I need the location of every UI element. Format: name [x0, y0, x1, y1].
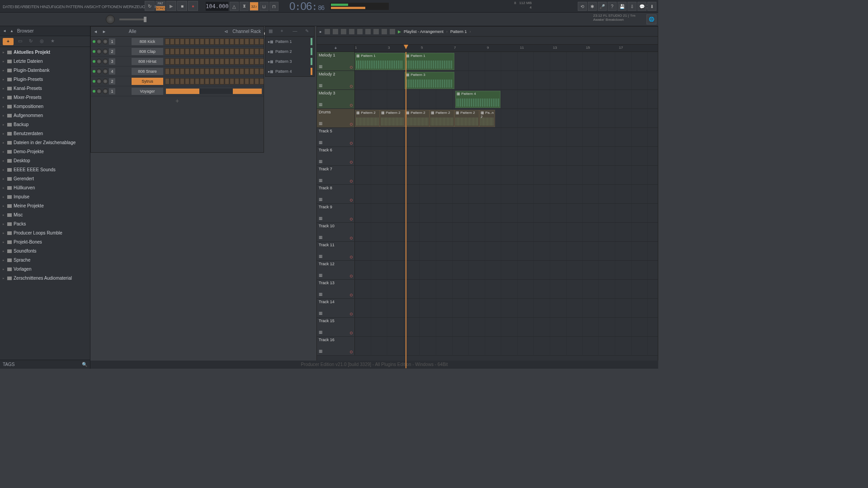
track-header[interactable]: Melody 3▦	[317, 90, 355, 108]
browser-collapse-icon[interactable]: ◎	[40, 38, 46, 45]
menu-ansicht[interactable]: ANSICHT	[84, 5, 100, 11]
channel-name[interactable]: Sytrus	[132, 78, 163, 85]
step-cell[interactable]	[180, 78, 184, 84]
save-icon[interactable]: 💾	[618, 2, 627, 11]
track-lane[interactable]: ▦ Pattern 3	[355, 71, 658, 89]
pl-mute-icon[interactable]	[357, 29, 363, 34]
browser-item[interactable]: Vorlagen	[0, 265, 90, 274]
browser-fav-icon[interactable]: ★	[51, 38, 57, 45]
browser-back-icon[interactable]: ◄	[3, 29, 6, 33]
browser-item[interactable]: Hüllkurven	[0, 183, 90, 192]
export-icon[interactable]: ⇩	[627, 2, 637, 11]
step-cell[interactable]	[210, 38, 214, 45]
step-cell[interactable]	[210, 58, 214, 65]
step-cell[interactable]	[170, 78, 175, 84]
step-cell[interactable]	[185, 68, 189, 75]
patlist-del-icon[interactable]: —	[293, 28, 299, 35]
track-icon[interactable]: ▦	[319, 197, 323, 202]
step-cell[interactable]	[175, 38, 179, 45]
step-cell[interactable]	[180, 68, 184, 75]
browser-item[interactable]: Aktuelles Projekt	[0, 48, 90, 57]
step-cell[interactable]	[190, 48, 194, 55]
step-sequence[interactable]	[164, 58, 264, 65]
browser-item[interactable]: EEEE EEEE Sounds	[0, 165, 90, 174]
step-cell[interactable]	[220, 38, 224, 45]
step-cell[interactable]	[250, 78, 254, 84]
browser-item[interactable]: Benutzerdaten	[0, 129, 90, 138]
playhead-marker[interactable]	[404, 45, 408, 49]
channel-name[interactable]: Voyager	[132, 88, 163, 95]
browser-item[interactable]: Misc	[0, 211, 90, 220]
channel-led[interactable]	[93, 90, 95, 93]
track-rec-dot[interactable]	[350, 218, 353, 221]
track-icon[interactable]: ▦	[319, 102, 323, 107]
browser-item[interactable]: Packs	[0, 220, 90, 229]
browser-item[interactable]: Impulse	[0, 192, 90, 202]
track-icon[interactable]: ▦	[319, 140, 323, 145]
add-track-button[interactable]: +	[317, 45, 355, 52]
step-cell[interactable]	[240, 78, 244, 84]
step-cell[interactable]	[170, 38, 175, 45]
step-cell[interactable]	[230, 48, 234, 55]
channel-number[interactable]: 2	[109, 78, 115, 84]
track-header[interactable]: Track 10▦	[317, 223, 355, 241]
step-sequence[interactable]	[164, 38, 264, 45]
clip[interactable]: ▦ Pattern 2	[405, 110, 429, 127]
pl-slice-tool[interactable]	[336, 38, 342, 44]
track-rec-dot[interactable]	[350, 161, 353, 164]
track-lane[interactable]	[355, 223, 658, 241]
step-cell[interactable]	[195, 48, 199, 55]
playlist-title[interactable]: Playlist - Arrangement	[404, 29, 443, 34]
step-cell[interactable]	[195, 58, 199, 65]
menu-bearbeiten[interactable]: BEARBEITEN	[14, 5, 39, 11]
track-lane[interactable]	[355, 299, 658, 317]
step-cell[interactable]	[235, 48, 239, 55]
step-cell[interactable]	[259, 58, 264, 65]
step-cell[interactable]	[175, 68, 179, 75]
pattern-item[interactable]: ▸▦Pattern 2	[265, 47, 314, 56]
step-cell[interactable]	[205, 58, 209, 65]
globe-icon[interactable]: 🌐	[646, 14, 656, 24]
step-cell[interactable]	[165, 78, 170, 84]
step-cell[interactable]	[165, 38, 170, 45]
step-cell[interactable]	[235, 78, 239, 84]
track-lane[interactable]	[355, 261, 658, 279]
step-cell[interactable]	[235, 58, 239, 65]
browser-item[interactable]: Backup	[0, 120, 90, 129]
step-cell[interactable]	[185, 58, 189, 65]
track-header[interactable]: Track 12▦	[317, 261, 355, 279]
step-cell[interactable]	[190, 78, 194, 84]
step-cell[interactable]	[230, 78, 234, 84]
metronome-icon[interactable]: △	[230, 2, 239, 11]
track-rec-dot[interactable]	[350, 104, 353, 107]
track-header[interactable]: Track 13▦	[317, 280, 355, 298]
pl-paint-tool[interactable]	[328, 38, 334, 44]
step-cell[interactable]	[200, 38, 204, 45]
song-mode-button[interactable]: SONG	[156, 6, 165, 11]
track-icon[interactable]: ▦	[319, 235, 323, 239]
clip[interactable]: ▦ Pattern 2	[454, 110, 479, 127]
track-header[interactable]: Track 8▦	[317, 185, 355, 203]
track-lane[interactable]: ▦ Pattern 1▦ Pattern 1	[355, 52, 658, 70]
step-cell[interactable]	[170, 68, 175, 75]
browser-item[interactable]: Plugin-Presets	[0, 75, 90, 84]
channel-vol-knob[interactable]	[103, 89, 108, 94]
track-icon[interactable]: ▦	[319, 254, 323, 258]
pl-lock-icon[interactable]	[333, 29, 338, 34]
channel-number[interactable]: 2	[109, 48, 115, 55]
step-cell[interactable]	[230, 68, 234, 75]
track-header[interactable]: Melody 2▦	[317, 71, 355, 89]
track-icon[interactable]: ▦	[319, 349, 323, 353]
browser-list[interactable]: Aktuelles ProjektLetzte DateienPlugin-Da…	[0, 47, 90, 360]
channel-led[interactable]	[93, 40, 95, 43]
track-icon[interactable]: ▦	[319, 83, 323, 88]
step-cell[interactable]	[225, 78, 229, 84]
patlist-add-icon[interactable]: +	[281, 28, 287, 35]
step-cell[interactable]	[200, 78, 204, 84]
browser-item[interactable]: Meine Projekte	[0, 202, 90, 211]
track-lane[interactable]	[355, 242, 658, 260]
clip[interactable]: ▦ Pa..n 2	[479, 110, 495, 127]
pl-magnet-icon[interactable]	[325, 29, 330, 34]
channel-pan-knob[interactable]	[96, 69, 102, 74]
track-icon[interactable]: ▦	[319, 311, 323, 315]
